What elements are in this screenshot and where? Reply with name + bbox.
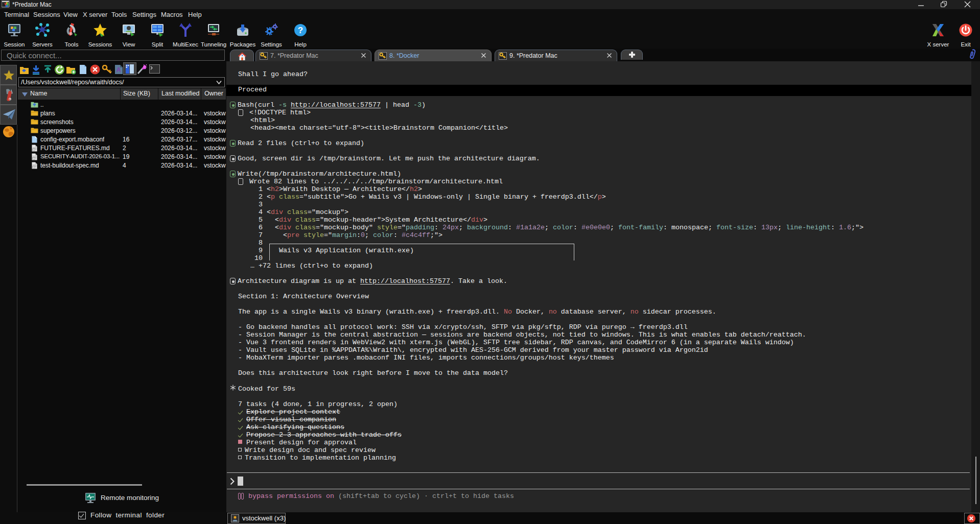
svg-text:?: ? (298, 26, 303, 35)
svg-text:A: A (116, 66, 121, 74)
